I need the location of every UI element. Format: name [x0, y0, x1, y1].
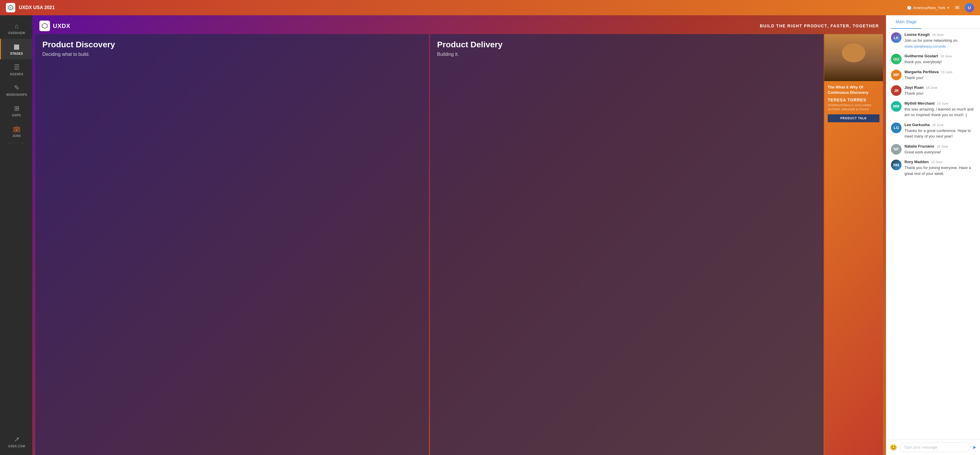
clock-icon: 🕐	[907, 6, 912, 10]
speaker-bio: INTERNATIONALLY ACCLAIMEDAUTHOR, SPEAKER…	[828, 103, 880, 111]
chat-date: 18 June	[926, 86, 937, 89]
expo-icon: ⊞	[14, 105, 19, 112]
chat-date: 18 June	[937, 145, 948, 148]
speaker-info: The What & Why Of Continuous Discovery T…	[824, 81, 883, 455]
chat-header-row: Louise Keogh 18 June	[904, 32, 975, 37]
chat-name: Lee Garkusha	[904, 123, 930, 127]
chat-message: MP Margarita Perfileva 18 June Thank you…	[891, 70, 975, 81]
jobs-icon: 💼	[13, 125, 21, 133]
speaker-image	[824, 34, 883, 81]
nav-logo: U	[6, 3, 15, 12]
chat-message: JR Jiayi Ruan 18 June Thank you!	[891, 85, 975, 96]
stages-icon: ▦	[14, 43, 20, 51]
chat-header-row: Lee Garkusha 18 June	[904, 123, 975, 127]
sidebar-item-agenda[interactable]: ☰ AGENDA	[0, 59, 32, 80]
product-delivery-title: Product Delivery	[437, 40, 816, 49]
chat-avatar: MP	[891, 70, 902, 80]
sidebar-item-uxdxcom[interactable]: ↗ UXDX.COM	[0, 431, 32, 452]
chevron-down-icon: ▼	[947, 6, 950, 10]
sidebar-item-overview[interactable]: ⌂ OVERVIEW	[0, 18, 32, 39]
chat-text-container: Thank you!	[904, 91, 975, 96]
chat-message: RM Rory Madden 18 June Thank you for joi…	[891, 160, 975, 177]
sidebar-label-overview: OVERVIEW	[8, 32, 25, 35]
video-body: Product Discovery Deciding what to build…	[32, 34, 886, 455]
chat-message: LK Louise Keogh 18 June Join us for some…	[891, 32, 975, 49]
video-logo-box	[40, 21, 50, 31]
main-layout: ⌂ OVERVIEW ▦ STAGES ☰ AGENDA ✎ WORKSHOPS…	[0, 15, 980, 455]
video-logo-name: UXDX	[53, 22, 70, 29]
video-logo-area: UXDX	[40, 21, 70, 31]
chat-body: Louise Keogh 18 June Join us for some ne…	[904, 32, 975, 49]
mail-icon[interactable]: ✉	[955, 5, 959, 11]
sidebar-item-jobs[interactable]: 💼 JOBS	[0, 121, 32, 142]
chat-text-container: thank you, everybody!	[904, 59, 975, 65]
chat-messages: LK Louise Keogh 18 June Join us for some…	[886, 29, 980, 439]
sidebar-item-workshops[interactable]: ✎ WORKSHOPS	[0, 80, 32, 100]
user-avatar[interactable]: U	[965, 3, 974, 12]
chat-link[interactable]: www.speakeasy.co/uxdx	[904, 44, 946, 48]
chat-body: Guilherme Goulart 18 June thank you, eve…	[904, 54, 975, 65]
tab-main-stage[interactable]: Main Stage	[891, 15, 921, 29]
nav-title: UXDX USA 2021	[19, 5, 55, 10]
sidebar-divider	[6, 143, 26, 143]
chat-message: LG Lee Garkusha 18 June Thanks for a gre…	[891, 123, 975, 139]
video-frame[interactable]: UXDX BUILD THE RIGHT PRODUCT, FASTER, TO…	[32, 15, 886, 455]
emoji-button[interactable]: 😊	[890, 444, 897, 451]
video-right: The What & Why Of Continuous Discovery T…	[824, 34, 883, 455]
chat-avatar: LK	[891, 32, 902, 43]
chat-body: Lee Garkusha 18 June Thanks for a great …	[904, 123, 975, 139]
svg-text:U: U	[10, 6, 11, 9]
chat-panel: Main Stage LK Louise Keogh 18 June Join …	[886, 15, 980, 455]
chat-header-row: Margarita Perfileva 18 June	[904, 70, 975, 74]
workshops-icon: ✎	[14, 84, 19, 92]
chat-name: Jiayi Ruan	[904, 85, 924, 90]
chat-name: Rory Madden	[904, 160, 929, 164]
sidebar-label-agenda: AGENDA	[10, 73, 23, 76]
timezone-label: America/New_York	[913, 6, 945, 10]
chat-date: 18 June	[940, 54, 952, 58]
chat-name: Louise Keogh	[904, 32, 930, 37]
video-left: Product Discovery Deciding what to build…	[32, 34, 824, 455]
delivery-column: Product Delivery Building it.	[430, 34, 824, 455]
chat-text: this was amazing, i learned so much and …	[904, 107, 974, 117]
product-discovery-subtitle: Deciding what to build.	[42, 52, 422, 57]
chat-date: 18 June	[932, 33, 943, 37]
chat-body: Rory Madden 18 June Thank you for joinin…	[904, 160, 975, 177]
chat-avatar: NF	[891, 144, 902, 154]
chat-text-container: Thank you for joining everyone. Have a g…	[904, 165, 975, 177]
chat-header-row: Jiayi Ruan 18 June	[904, 85, 975, 90]
video-header: UXDX BUILD THE RIGHT PRODUCT, FASTER, TO…	[32, 15, 886, 34]
send-button[interactable]: ➤	[972, 444, 977, 450]
nav-left: U UXDX USA 2021	[6, 3, 55, 12]
content-area: UXDX BUILD THE RIGHT PRODUCT, FASTER, TO…	[32, 15, 980, 455]
chat-avatar: RM	[891, 160, 902, 170]
chat-input-area: 😊 ➤	[886, 439, 980, 455]
chat-message: NF Natalie Fruciano 18 June Great work e…	[891, 144, 975, 155]
chat-text-container: this was amazing, i learned so much and …	[904, 107, 975, 118]
video-container: UXDX BUILD THE RIGHT PRODUCT, FASTER, TO…	[32, 15, 886, 455]
sidebar-item-stages[interactable]: ▦ STAGES	[0, 39, 32, 59]
timezone-selector[interactable]: 🕐 America/New_York ▼	[907, 6, 950, 10]
sidebar-item-expo[interactable]: ⊞ EXPO	[0, 100, 32, 121]
chat-header-row: Natalie Fruciano 18 June	[904, 144, 975, 148]
chat-text: Join us for some networking on www.speak…	[904, 38, 958, 48]
speaker-silhouette	[824, 34, 883, 81]
chat-date: 18 June	[932, 123, 943, 127]
chat-text-container: Thanks for a great conference. Hope to m…	[904, 128, 975, 139]
chat-avatar: GG	[891, 54, 902, 64]
chat-body: Margarita Perfileva 18 June Thank you!	[904, 70, 975, 81]
chat-avatar: MM	[891, 101, 902, 112]
sidebar-label-expo: EXPO	[12, 114, 21, 117]
chat-name: Natalie Fruciano	[904, 144, 934, 148]
chat-text-container: Great work everyone!	[904, 149, 975, 155]
chat-text: Great work everyone!	[904, 150, 941, 154]
chat-input[interactable]	[899, 442, 970, 452]
video-tagline: BUILD THE RIGHT PRODUCT, FASTER, TOGETHE…	[760, 24, 879, 28]
chat-text: Thank you!	[904, 76, 923, 80]
product-talk-button[interactable]: PRODUCT TALK	[828, 115, 880, 122]
chat-text: Thanks for a great conference. Hope to m…	[904, 129, 971, 139]
chat-text: Thank you!	[904, 91, 923, 95]
chat-name: Mythili Merchant	[904, 101, 935, 105]
chat-date: 18 June	[937, 102, 948, 105]
chat-date: 18 June	[931, 160, 942, 164]
